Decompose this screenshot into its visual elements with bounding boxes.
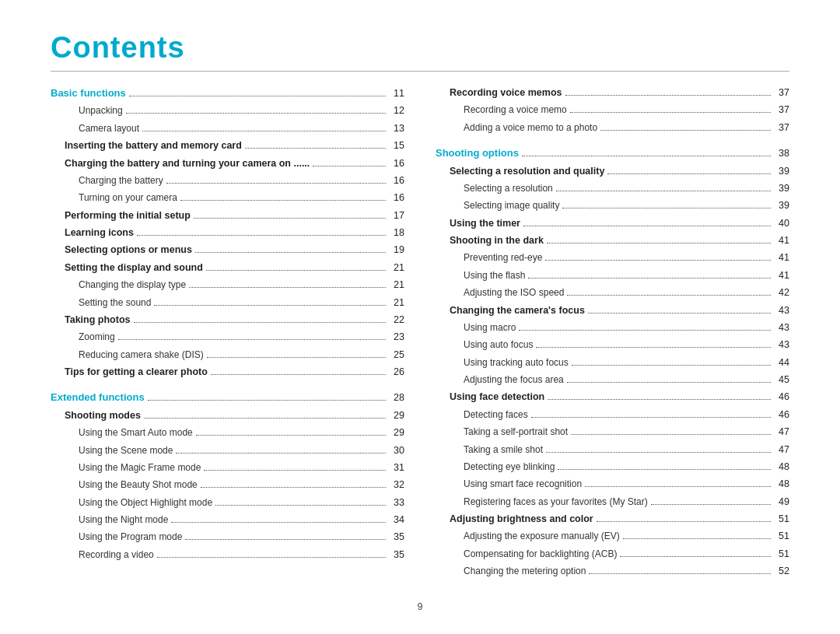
sub2-label: Turning on your camera xyxy=(51,191,177,205)
list-item: Using the Beauty Shot mode32 xyxy=(51,478,404,492)
right-column: Recording voice memos37Recording a voice… xyxy=(436,86,789,582)
list-item: Selecting a resolution39 xyxy=(436,181,789,196)
toc-page-number: 52 xyxy=(774,564,789,579)
list-item: Selecting image quality39 xyxy=(436,198,789,213)
toc-dots xyxy=(154,305,386,306)
sub1-label: Using face detection xyxy=(436,390,544,405)
sub2-label: Charging the battery xyxy=(51,173,163,188)
toc-page-number: 30 xyxy=(389,443,404,458)
list-item: Recording a voice memo37 xyxy=(436,103,789,117)
toc-page-number: 33 xyxy=(389,496,404,510)
list-item: Turning on your camera16 xyxy=(51,191,404,205)
sub2-label: Using the flash xyxy=(436,268,525,283)
list-item: Unpacking12 xyxy=(51,103,404,118)
page-title: Contents xyxy=(51,31,789,65)
spacer xyxy=(436,138,789,145)
toc-dots xyxy=(245,148,386,149)
sub2-label: Recording a video xyxy=(51,548,154,562)
list-item: Shooting in the dark41 xyxy=(436,233,789,248)
toc-page-number: 21 xyxy=(389,261,404,275)
list-item: Extended functions28 xyxy=(51,390,404,405)
toc-dots xyxy=(588,313,771,313)
list-item: Registering faces as your favorites (My … xyxy=(436,495,789,510)
toc-page-number: 37 xyxy=(774,121,789,135)
list-item: Using the Smart Auto mode29 xyxy=(51,426,404,440)
list-item: Taking a smile shot47 xyxy=(436,443,789,457)
list-item: Detecting faces46 xyxy=(436,408,789,422)
toc-page-number: 39 xyxy=(774,198,789,213)
page: Contents Basic functions11Unpacking12Cam… xyxy=(0,0,840,634)
toc-page-number: 22 xyxy=(389,313,404,328)
toc-dots xyxy=(126,113,386,114)
toc-page-number: 19 xyxy=(389,243,404,257)
toc-page-number: 16 xyxy=(389,173,404,188)
toc-dots xyxy=(567,382,771,383)
toc-dots xyxy=(556,191,771,191)
sub2-label: Adjusting the ISO speed xyxy=(436,285,564,300)
toc-page-number: 48 xyxy=(774,460,789,475)
sub2-label: Using auto focus xyxy=(436,338,533,352)
list-item: Adjusting the ISO speed42 xyxy=(436,285,789,300)
toc-dots xyxy=(558,469,771,470)
sub1-label: Performing the initial setup xyxy=(51,208,191,223)
list-item: Taking a self-portrait shot47 xyxy=(436,425,789,440)
sub2-label: Setting the sound xyxy=(51,296,151,310)
sub2-label: Adding a voice memo to a photo xyxy=(436,121,597,135)
toc-page-number: 43 xyxy=(774,338,789,352)
toc-dots xyxy=(148,400,386,401)
toc-dots xyxy=(536,347,771,348)
list-item: Adjusting the focus area45 xyxy=(436,373,789,387)
sub2-label: Using the Night mode xyxy=(51,513,168,527)
toc-page-number: 39 xyxy=(774,181,789,196)
toc-dots xyxy=(144,418,386,419)
toc-dots xyxy=(189,287,386,288)
section-heading: Shooting options xyxy=(436,145,519,161)
list-item: Taking photos22 xyxy=(51,313,404,328)
toc-page-number: 15 xyxy=(389,138,404,153)
list-item: Shooting options38 xyxy=(436,145,789,161)
list-item: Changing the metering option52 xyxy=(436,564,789,579)
sub2-label: Recording a voice memo xyxy=(436,103,567,117)
toc-dots xyxy=(545,260,771,261)
toc-dots xyxy=(207,357,386,358)
toc-page-number: 51 xyxy=(774,547,789,562)
list-item: Selecting a resolution and quality39 xyxy=(436,164,789,179)
toc-dots xyxy=(194,218,386,219)
sub1-label: Recording voice memos xyxy=(436,86,562,100)
toc-dots xyxy=(204,470,386,471)
list-item: Using tracking auto focus44 xyxy=(436,356,789,370)
sub1-label: Changing the camera's focus xyxy=(436,303,585,318)
sub2-label: Using smart face recognition xyxy=(436,477,582,492)
toc-dots xyxy=(523,226,771,226)
toc-page-number: 35 xyxy=(389,548,404,562)
sub2-label: Compensating for backlighting (ACB) xyxy=(436,547,617,562)
toc-dots xyxy=(547,243,771,243)
toc-page-number: 43 xyxy=(774,321,789,335)
list-item: Inserting the battery and memory card15 xyxy=(51,138,404,153)
toc-page-number: 45 xyxy=(774,373,789,387)
sub2-label: Detecting faces xyxy=(436,408,528,422)
sub2-label: Using macro xyxy=(436,321,516,335)
sub2-label: Selecting image quality xyxy=(436,198,559,213)
toc-dots xyxy=(571,434,771,435)
toc-dots xyxy=(597,521,771,522)
list-item: Setting the display and sound21 xyxy=(51,261,404,275)
list-item: Using the timer40 xyxy=(436,216,789,231)
toc-dots xyxy=(180,200,386,201)
toc-page-number: 39 xyxy=(774,164,789,179)
toc-page-number: 21 xyxy=(389,278,404,292)
list-item: Using macro43 xyxy=(436,321,789,335)
toc-dots xyxy=(546,452,771,453)
toc-page-number: 18 xyxy=(389,226,404,240)
toc-dots xyxy=(570,112,771,113)
list-item: Detecting eye blinking48 xyxy=(436,460,789,475)
toc-dots xyxy=(528,278,771,278)
toc-page-number: 16 xyxy=(389,191,404,205)
toc-page-number: 17 xyxy=(389,208,404,223)
list-item: Performing the initial setup17 xyxy=(51,208,404,223)
title-divider xyxy=(51,71,789,72)
list-item: Using auto focus43 xyxy=(436,338,789,352)
section-heading: Extended functions xyxy=(51,390,145,405)
sub2-label: Using the Program mode xyxy=(51,530,182,545)
list-item: Using the Program mode35 xyxy=(51,530,404,545)
